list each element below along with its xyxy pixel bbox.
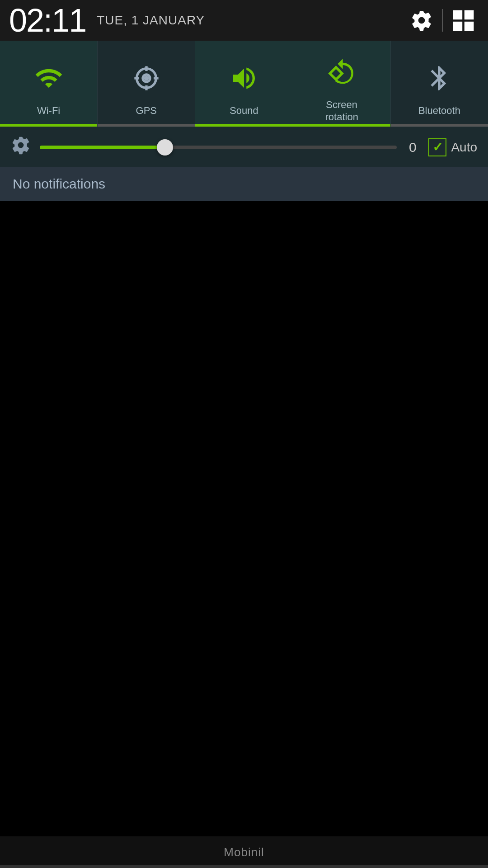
rotation-label: Screen rotation	[325, 99, 358, 123]
quick-settings-panel: Wi-Fi GPS Sound	[0, 41, 488, 127]
rotation-bar	[293, 124, 390, 127]
auto-label: Auto	[451, 140, 477, 155]
brightness-slider[interactable]	[40, 146, 397, 149]
svg-rect-1	[464, 10, 474, 19]
brightness-row: 0 ✓ Auto	[0, 127, 488, 167]
tile-bluetooth[interactable]: Bluetooth	[391, 41, 488, 127]
sound-bar	[195, 124, 292, 127]
main-content	[0, 201, 488, 802]
status-bar: 02:11 TUE, 1 JANUARY	[0, 0, 488, 41]
bluetooth-bar	[391, 124, 488, 127]
brightness-icon[interactable]	[11, 135, 31, 160]
notifications-header: No notifications	[0, 167, 488, 201]
checkbox-check: ✓	[432, 140, 443, 155]
svg-rect-3	[464, 21, 474, 31]
gps-bar	[98, 124, 195, 127]
auto-brightness-toggle[interactable]: ✓ Auto	[428, 138, 477, 156]
bluetooth-icon	[425, 64, 454, 99]
divider	[442, 9, 443, 32]
svg-rect-2	[453, 21, 462, 31]
time-display: 02:11	[9, 2, 86, 39]
sound-label: Sound	[230, 105, 258, 117]
wifi-label: Wi-Fi	[37, 105, 60, 117]
bluetooth-label: Bluetooth	[418, 105, 460, 117]
gps-icon	[132, 64, 161, 99]
tile-wifi[interactable]: Wi-Fi	[0, 41, 98, 127]
bottom-handle	[0, 865, 488, 868]
checkbox-box: ✓	[428, 138, 446, 156]
svg-point-10	[144, 76, 149, 81]
tile-gps[interactable]: GPS	[98, 41, 195, 127]
brightness-value: 0	[406, 140, 419, 155]
bottom-bar: Mobinil	[0, 836, 488, 868]
brightness-fill	[40, 146, 165, 149]
gps-label: GPS	[136, 105, 157, 117]
sound-icon	[230, 64, 258, 99]
brightness-thumb[interactable]	[157, 139, 173, 156]
settings-button[interactable]	[406, 5, 437, 36]
multitask-button[interactable]	[447, 5, 479, 36]
tile-sound[interactable]: Sound	[195, 41, 293, 127]
date-display: TUE, 1 JANUARY	[97, 13, 205, 28]
carrier-name: Mobinil	[224, 845, 264, 859]
rotation-icon	[327, 58, 356, 93]
no-notifications-text: No notifications	[13, 176, 105, 192]
status-icons	[406, 5, 479, 36]
tile-screen-rotation[interactable]: Screen rotation	[293, 41, 391, 127]
wifi-icon	[34, 64, 63, 99]
svg-rect-0	[453, 10, 462, 19]
wifi-bar	[0, 124, 97, 127]
